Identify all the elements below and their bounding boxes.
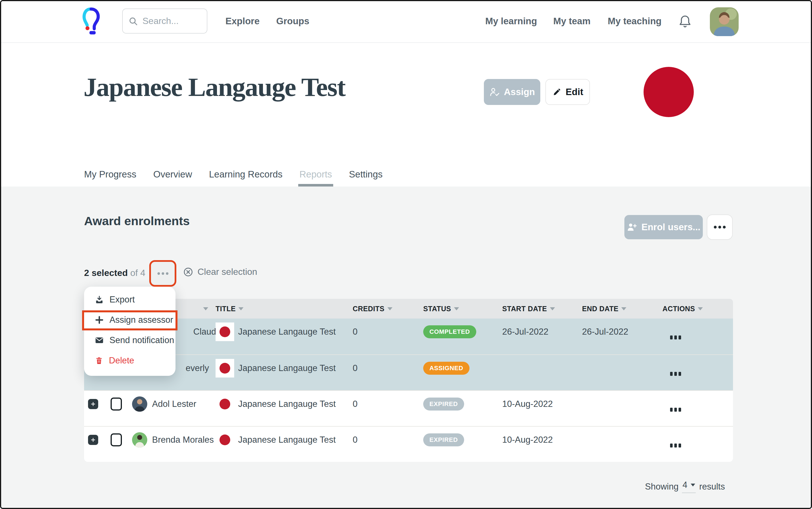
enrolment-title: Japanese Langauge Test: [238, 435, 336, 445]
clear-selection-label: Clear selection: [198, 267, 257, 277]
nav-explore[interactable]: Explore: [226, 16, 260, 27]
search-input[interactable]: [142, 16, 199, 26]
search-icon: [128, 16, 138, 26]
enrolments-table: TITLE CREDITS STATUS START DATE END DATE…: [84, 299, 733, 462]
nav-my-learning[interactable]: My learning: [485, 16, 537, 27]
credits-value: 0: [342, 323, 413, 341]
person-check-icon: [489, 87, 500, 97]
expand-row-button[interactable]: [88, 435, 98, 445]
app-window: Explore Groups My learning My team My te…: [0, 0, 812, 509]
person-plus-icon: [627, 222, 637, 233]
japan-flag-icon: [215, 395, 234, 413]
award-image-japan-flag: [644, 67, 694, 117]
ellipsis-icon: [714, 226, 717, 229]
edit-button-label: Edit: [566, 87, 583, 97]
column-header-start-date[interactable]: START DATE: [492, 305, 571, 313]
notifications-bell-icon[interactable]: [678, 15, 692, 29]
tab-learning-records[interactable]: Learning Records: [209, 169, 283, 186]
japan-flag-icon: [215, 359, 234, 377]
tab-reports[interactable]: Reports: [299, 169, 332, 186]
menu-item-export[interactable]: Export: [84, 290, 175, 310]
japan-flag-icon: [215, 431, 234, 449]
user-name: Adol Lester: [152, 399, 196, 409]
reports-content: Award enrolments Enrol users... 2 select…: [1, 186, 811, 509]
end-date: [571, 395, 651, 413]
status-badge: COMPLETED: [423, 325, 476, 338]
circle-x-icon: [183, 267, 193, 277]
clear-selection-button[interactable]: Clear selection: [183, 267, 257, 277]
status-badge: ASSIGNED: [423, 362, 470, 375]
enrol-users-button[interactable]: Enrol users...: [624, 215, 703, 239]
start-date: 10-Aug-2022: [492, 395, 571, 413]
user-avatar: [132, 432, 147, 447]
status-badge: EXPIRED: [423, 398, 464, 410]
end-date: [571, 431, 651, 449]
start-date: 26-Jul-2022: [492, 323, 571, 341]
japan-flag-icon: [215, 323, 234, 341]
menu-item-delete[interactable]: Delete: [84, 350, 175, 371]
column-header-end-date[interactable]: END DATE: [571, 305, 651, 313]
enrolment-title: Japanese Langauge Test: [238, 327, 336, 337]
column-header-status[interactable]: STATUS: [413, 305, 492, 313]
column-header-title[interactable]: TITLE: [213, 305, 342, 313]
column-header-credits[interactable]: CREDITS: [342, 305, 413, 313]
row-actions-button[interactable]: [670, 336, 733, 339]
row-actions-button[interactable]: [670, 408, 733, 412]
tab-overview[interactable]: Overview: [153, 169, 192, 186]
results-footer: Showing 4 results: [645, 480, 725, 493]
credits-value: 0: [342, 360, 413, 377]
start-date: 10-Aug-2022: [492, 431, 571, 449]
brand-logo-icon[interactable]: [82, 7, 100, 35]
bulk-actions-button-annotated[interactable]: [149, 260, 176, 287]
trash-icon: [95, 357, 103, 365]
enrolment-title: Japanese Langauge Test: [238, 399, 336, 409]
end-date: [571, 360, 651, 377]
row-actions-button[interactable]: [670, 444, 733, 447]
pencil-icon: [552, 87, 562, 97]
menu-item-assign-assessor[interactable]: Assign assessor: [84, 310, 175, 330]
user-name: Brenda Morales: [152, 435, 214, 445]
enrol-users-label: Enrol users...: [641, 222, 700, 233]
course-hero: Japanese Langauge Test Assign Edit My Pr…: [1, 43, 811, 186]
row-checkbox[interactable]: [111, 433, 122, 446]
tab-settings[interactable]: Settings: [349, 169, 382, 186]
top-nav: Explore Groups My learning My team My te…: [1, 1, 811, 43]
nav-groups[interactable]: Groups: [276, 16, 309, 27]
nav-my-teaching[interactable]: My teaching: [608, 16, 662, 27]
start-date: [492, 360, 571, 377]
table-row: Adol Lester Japanese Langauge Test 0 EXP…: [84, 390, 733, 426]
page-title: Japanese Langauge Test: [83, 72, 345, 102]
status-badge: EXPIRED: [423, 433, 464, 446]
page-size-select[interactable]: 4: [682, 480, 696, 493]
row-actions-button[interactable]: [670, 372, 733, 376]
ellipsis-icon: [158, 272, 160, 275]
download-icon: [95, 295, 104, 304]
user-avatar: [132, 397, 147, 412]
search-box[interactable]: [122, 8, 207, 34]
course-tabs: My Progress Overview Learning Records Re…: [84, 166, 382, 186]
table-row: everly Japanese Langauge Test 0 ASSIGNED: [84, 354, 733, 390]
section-heading: Award enrolments: [84, 214, 190, 228]
end-date: 26-Jul-2022: [571, 323, 651, 341]
row-checkbox[interactable]: [111, 398, 122, 410]
credits-value: 0: [342, 431, 413, 449]
table-row: Brenda Morales Japanese Langauge Test 0 …: [84, 426, 733, 462]
table-row: Claude Japanese Langauge Test 0 COMPLETE…: [84, 318, 733, 354]
menu-item-send-notification[interactable]: Send notification: [84, 330, 175, 350]
column-header-actions[interactable]: ACTIONS: [651, 305, 733, 313]
expand-row-button[interactable]: [88, 399, 98, 409]
nav-my-team[interactable]: My team: [553, 16, 590, 27]
enrolment-title: Japanese Langauge Test: [238, 363, 336, 373]
bulk-actions-menu: Export Assign assessor Send notification: [84, 287, 175, 376]
envelope-icon: [95, 336, 104, 345]
tab-my-progress[interactable]: My Progress: [84, 169, 136, 186]
user-name: everly: [185, 363, 209, 373]
more-actions-button[interactable]: [707, 214, 733, 240]
selection-count: 2 selected of 4: [84, 268, 145, 278]
table-header-row: TITLE CREDITS STATUS START DATE END DATE…: [84, 299, 733, 318]
assign-button[interactable]: Assign: [484, 79, 540, 105]
credits-value: 0: [342, 395, 413, 413]
edit-button[interactable]: Edit: [545, 79, 590, 105]
assign-button-label: Assign: [504, 87, 535, 97]
user-avatar[interactable]: [710, 7, 739, 36]
